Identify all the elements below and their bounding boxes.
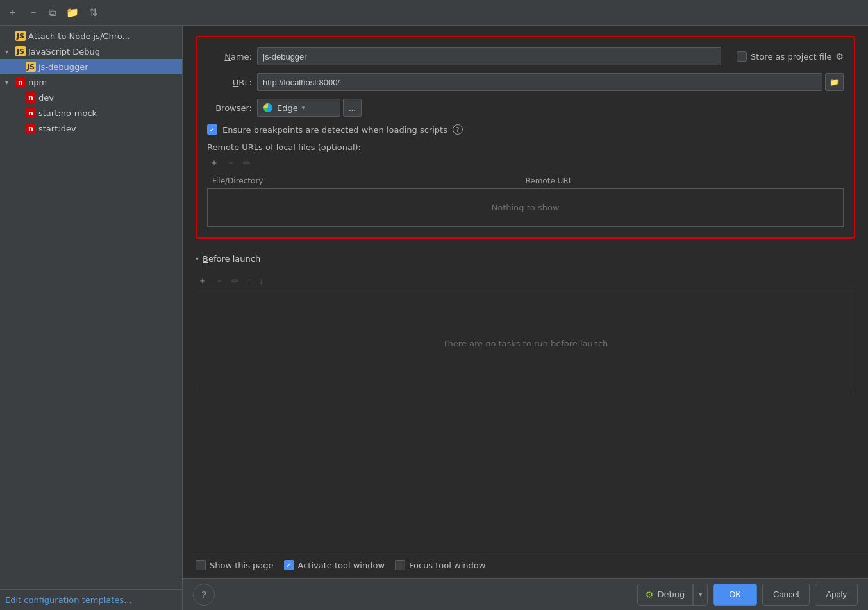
add-task-btn[interactable]: ＋ <box>196 274 210 288</box>
npm-icon: n <box>26 92 36 103</box>
sidebar-item-label: start:no-mock <box>38 108 97 118</box>
npm-icon: n <box>15 77 26 87</box>
file-dir-col-header: File/Directory <box>212 176 526 185</box>
activate-tool-window-option[interactable]: ✓ Activate tool window <box>284 560 385 570</box>
store-project-wrapper: Store as project file ⚙ <box>737 51 844 62</box>
before-launch-header: ▾ Before launch <box>196 249 855 269</box>
remote-url-col-header: Remote URL <box>526 176 839 185</box>
chevron-down-icon: ▾ <box>302 105 305 111</box>
sidebar-item-label: js-debugger <box>38 62 88 72</box>
checkmark-icon: ✓ <box>286 562 292 569</box>
apply-button[interactable]: Apply <box>815 584 858 606</box>
sidebar-item-label: dev <box>38 93 54 103</box>
sidebar-item-attach-node[interactable]: JS Attach to Node.js/Chro... <box>0 28 182 44</box>
browser-dropdown[interactable]: Edge ▾ <box>257 99 340 117</box>
browser-label: Browser: <box>207 103 252 113</box>
right-panel: Name: js-debugger Store as project file … <box>183 26 868 610</box>
remove-remote-btn[interactable]: － <box>224 156 238 170</box>
show-this-page-label: Show this page <box>210 561 274 570</box>
url-input[interactable]: http://localhost:8000/ <box>257 73 822 91</box>
sidebar-item-start-no-mock[interactable]: n start:no-mock <box>0 105 182 121</box>
name-input[interactable]: js-debugger <box>257 47 721 65</box>
move-down-btn[interactable]: ↓ <box>256 275 266 287</box>
main-layout: JS Attach to Node.js/Chro... ▾ JS JavaSc… <box>0 26 868 610</box>
sidebar-item-start-dev[interactable]: n start:dev <box>0 121 182 136</box>
activate-tool-window-checkbox[interactable]: ✓ <box>284 560 294 570</box>
remove-icon[interactable]: － <box>26 4 41 21</box>
sidebar-item-js-debug[interactable]: ▾ JS JavaScript Debug <box>0 44 182 59</box>
sidebar: JS Attach to Node.js/Chro... ▾ JS JavaSc… <box>0 26 183 610</box>
ensure-breakpoints-checkbox[interactable]: ✓ <box>207 124 217 135</box>
help-button[interactable]: ? <box>193 584 215 606</box>
folder-icon[interactable]: 📁 <box>63 5 81 20</box>
expand-arrow: ▾ <box>5 48 13 55</box>
focus-tool-window-label: Focus tool window <box>409 561 485 570</box>
name-input-wrapper: js-debugger <box>257 47 721 65</box>
config-block: Name: js-debugger Store as project file … <box>196 36 855 239</box>
bottom-options: Show this page ✓ Activate tool window Fo… <box>183 552 868 578</box>
before-launch-body: There are no tasks to run before launch <box>196 292 855 394</box>
remote-urls-table-header: File/Directory Remote URL <box>207 174 844 189</box>
debug-chevron-btn[interactable]: ▾ <box>693 584 707 605</box>
show-this-page-option[interactable]: Show this page <box>196 560 274 570</box>
action-bar: ? ⚙ Debug ▾ OK Cancel Apply <box>183 578 868 610</box>
js-icon: JS <box>15 31 26 41</box>
before-launch-title: Before launch <box>203 254 260 264</box>
copy-icon[interactable]: ⧉ <box>46 5 58 20</box>
sidebar-footer: Edit configuration templates... <box>0 589 182 610</box>
ok-button[interactable]: OK <box>713 584 757 606</box>
checkmark-icon: ✓ <box>209 126 215 133</box>
add-remote-btn[interactable]: ＋ <box>207 156 221 170</box>
show-this-page-checkbox[interactable] <box>196 560 206 570</box>
debug-btn-wrapper: ⚙ Debug ▾ <box>637 584 708 606</box>
focus-tool-window-checkbox[interactable] <box>395 560 405 570</box>
gear-icon-small: ⚙ <box>646 589 654 600</box>
before-launch-toolbar: ＋ － ✏ ↑ ↓ <box>196 274 855 288</box>
js-icon: JS <box>26 62 36 72</box>
sidebar-item-dev[interactable]: n dev <box>0 90 182 105</box>
remote-urls-label: Remote URLs of local files (optional): <box>207 142 844 152</box>
remote-urls-table-body: Nothing to show <box>207 189 844 227</box>
collapse-arrow-icon[interactable]: ▾ <box>196 255 199 262</box>
edit-task-btn[interactable]: ✏ <box>229 275 242 287</box>
remove-task-btn[interactable]: － <box>212 274 226 288</box>
sidebar-item-label: JavaScript Debug <box>28 47 100 56</box>
cancel-button[interactable]: Cancel <box>762 584 810 606</box>
ensure-breakpoints-label: Ensure breakpoints are detected when loa… <box>222 125 447 135</box>
sort-icon[interactable]: ⇅ <box>87 5 100 20</box>
remote-urls-section: Remote URLs of local files (optional): ＋… <box>207 142 844 227</box>
edge-icon <box>263 103 273 113</box>
name-label: Name: <box>207 52 252 62</box>
expand-arrow: ▾ <box>5 79 13 86</box>
move-up-btn[interactable]: ↑ <box>244 275 254 287</box>
edit-templates-link[interactable]: Edit configuration templates... <box>5 595 132 605</box>
url-folder-btn[interactable]: 📁 <box>825 73 844 91</box>
no-tasks-text: There are no tasks to run before launch <box>443 339 608 348</box>
activate-tool-window-label: Activate tool window <box>298 561 385 570</box>
js-icon: JS <box>15 46 26 56</box>
sidebar-item-label: start:dev <box>38 124 76 133</box>
browser-value: Edge <box>277 103 298 113</box>
add-icon[interactable]: ＋ <box>5 4 21 21</box>
debug-label: Debug <box>657 589 685 599</box>
url-label: URL: <box>207 78 252 87</box>
sidebar-content: JS Attach to Node.js/Chro... ▾ JS JavaSc… <box>0 26 182 589</box>
browser-more-btn[interactable]: ... <box>343 99 362 117</box>
remote-urls-toolbar: ＋ － ✏ <box>207 156 844 170</box>
debug-main-btn[interactable]: ⚙ Debug <box>638 584 693 605</box>
browser-row: Browser: Edge ▾ ... <box>207 99 844 117</box>
breakpoints-row: ✓ Ensure breakpoints are detected when l… <box>207 124 844 135</box>
config-area: Name: js-debugger Store as project file … <box>183 26 868 552</box>
help-icon[interactable]: ? <box>453 124 463 135</box>
chevron-down-icon: ▾ <box>699 591 702 598</box>
nothing-to-show-text: Nothing to show <box>491 203 559 212</box>
sidebar-item-label: npm <box>28 78 47 87</box>
sidebar-item-label: Attach to Node.js/Chro... <box>28 31 130 41</box>
sidebar-item-js-debugger[interactable]: JS js-debugger <box>0 59 182 74</box>
focus-tool-window-option[interactable]: Focus tool window <box>395 560 485 570</box>
store-project-checkbox[interactable] <box>737 51 747 62</box>
sidebar-item-npm[interactable]: ▾ n npm <box>0 74 182 90</box>
name-row: Name: js-debugger Store as project file … <box>207 47 844 65</box>
npm-icon: n <box>26 108 36 118</box>
edit-remote-btn[interactable]: ✏ <box>240 157 253 169</box>
